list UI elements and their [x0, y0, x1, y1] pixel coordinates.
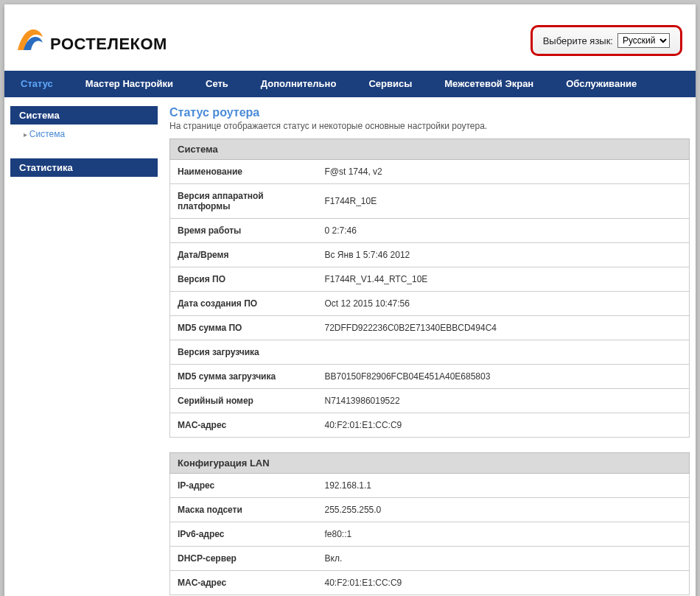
nav-item[interactable]: Статус — [4, 71, 69, 97]
row-value: 0 2:7:46 — [318, 219, 690, 243]
info-table: IP-адрес192.168.1.1Маска подсети255.255.… — [169, 474, 690, 595]
row-label: MD5 сумма ПО — [170, 316, 318, 340]
page-container: РОСТЕЛЕКОМ Выберите язык: РусскийEnglish… — [4, 4, 696, 596]
row-value: BB70150F82906FCB04E451A40E685803 — [318, 365, 690, 389]
row-value: 40:F2:01:E1:CC:C9 — [318, 571, 690, 595]
row-value: Вкл. — [318, 547, 690, 571]
language-select[interactable]: РусскийEnglish — [617, 33, 670, 48]
table-row: Дата создания ПОOct 12 2015 10:47:56 — [170, 292, 690, 316]
sidebar-group: Статистика — [10, 158, 158, 177]
row-label: Наименование — [170, 160, 318, 184]
row-label: Версия ПО — [170, 267, 318, 292]
info-table: НаименованиеF@st 1744, v2Версия аппаратн… — [169, 160, 690, 438]
row-value: Oct 12 2015 10:47:56 — [318, 292, 690, 316]
sidebar-item: Система — [10, 125, 158, 144]
row-label: Дата создания ПО — [170, 292, 318, 316]
row-value: fe80::1 — [318, 522, 690, 547]
sidebar-group-title[interactable]: Система — [10, 106, 158, 125]
row-label: Версия загрузчика — [170, 340, 318, 365]
table-row: IP-адрес192.168.1.1 — [170, 474, 690, 498]
row-label: DHCP-сервер — [170, 547, 318, 571]
header: РОСТЕЛЕКОМ Выберите язык: РусскийEnglish — [4, 4, 696, 71]
table-row: MD5 сумма загрузчикаBB70150F82906FCB04E4… — [170, 365, 690, 389]
page-title: Статус роутера — [169, 106, 690, 119]
language-label: Выберите язык: — [543, 35, 613, 46]
table-row: Версия аппаратной платформыF1744R_10E — [170, 184, 690, 219]
sidebar-group-title[interactable]: Статистика — [10, 158, 158, 177]
row-label: IPv6-адрес — [170, 522, 318, 547]
info-section: СистемаНаименованиеF@st 1744, v2Версия а… — [169, 139, 690, 438]
table-row: Маска подсети255.255.255.0 — [170, 498, 690, 522]
main-area: СистемаСистемаСтатистика Статус роутера … — [4, 97, 696, 596]
row-label: Дата/Время — [170, 243, 318, 267]
main-nav: СтатусМастер НастройкиСетьДополнительноС… — [4, 71, 696, 97]
table-row: DHCP-серверВкл. — [170, 547, 690, 571]
row-label: MAC-адрес — [170, 571, 318, 595]
row-value: Вс Янв 1 5:7:46 2012 — [318, 243, 690, 267]
table-row: Серийный номерN71413986019522 — [170, 389, 690, 413]
logo-icon — [10, 15, 47, 56]
row-label: Серийный номер — [170, 389, 318, 413]
language-selector: Выберите язык: РусскийEnglish — [531, 25, 682, 56]
row-value: F1744R_V1.44_RTC_10E — [318, 267, 690, 292]
row-value: F@st 1744, v2 — [318, 160, 690, 184]
sidebar-group: СистемаСистема — [10, 106, 158, 144]
table-row: MAC-адрес40:F2:01:E1:CC:C9 — [170, 413, 690, 438]
table-row: Версия ПОF1744R_V1.44_RTC_10E — [170, 267, 690, 292]
section-title: Система — [169, 139, 690, 160]
table-row: MD5 сумма ПО72DFFD922236C0B2E71340EBBCD4… — [170, 316, 690, 340]
row-value: 40:F2:01:E1:CC:C9 — [318, 413, 690, 438]
row-value — [318, 340, 690, 365]
row-label: Версия аппаратной платформы — [170, 184, 318, 219]
row-label: MAC-адрес — [170, 413, 318, 438]
row-value: 192.168.1.1 — [318, 474, 690, 498]
row-label: Время работы — [170, 219, 318, 243]
table-row: Время работы0 2:7:46 — [170, 219, 690, 243]
row-value: 255.255.255.0 — [318, 498, 690, 522]
nav-item[interactable]: Сеть — [189, 71, 245, 97]
nav-item[interactable]: Межсетевой Экран — [428, 71, 550, 97]
nav-item[interactable]: Дополнительно — [245, 71, 353, 97]
row-value: F1744R_10E — [318, 184, 690, 219]
table-row: MAC-адрес40:F2:01:E1:CC:C9 — [170, 571, 690, 595]
nav-item[interactable]: Обслуживание — [550, 71, 653, 97]
info-section: Конфигурация LANIP-адрес192.168.1.1Маска… — [169, 452, 690, 595]
table-row: Версия загрузчика — [170, 340, 690, 365]
page-desc: На странице отображается статус и некото… — [169, 121, 690, 131]
brand-name: РОСТЕЛЕКОМ — [50, 35, 167, 54]
section-title: Конфигурация LAN — [169, 452, 690, 474]
content: Статус роутера На странице отображается … — [169, 106, 690, 596]
sidebar-item-link[interactable]: Система — [29, 129, 65, 139]
table-row: Дата/ВремяВс Янв 1 5:7:46 2012 — [170, 243, 690, 267]
nav-item[interactable]: Сервисы — [352, 71, 428, 97]
row-label: Маска подсети — [170, 498, 318, 522]
table-row: IPv6-адресfe80::1 — [170, 522, 690, 547]
row-value: 72DFFD922236C0B2E71340EBBCD494C4 — [318, 316, 690, 340]
table-row: НаименованиеF@st 1744, v2 — [170, 160, 690, 184]
row-value: N71413986019522 — [318, 389, 690, 413]
nav-item[interactable]: Мастер Настройки — [69, 71, 189, 97]
sidebar: СистемаСистемаСтатистика — [10, 106, 158, 596]
row-label: MD5 сумма загрузчика — [170, 365, 318, 389]
row-label: IP-адрес — [170, 474, 318, 498]
